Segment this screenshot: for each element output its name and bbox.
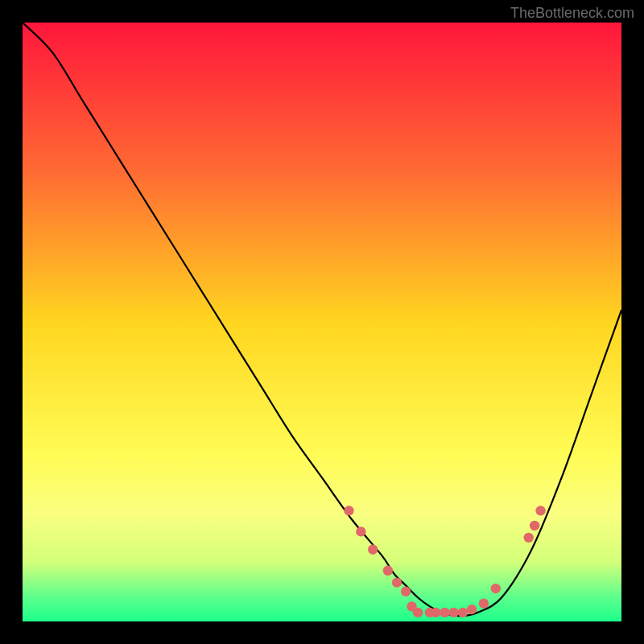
gradient-background [23, 23, 621, 621]
data-point-marker [479, 598, 489, 608]
watermark-text: TheBottleneck.com [510, 5, 634, 22]
data-point-marker [392, 577, 402, 587]
data-point-marker [431, 608, 440, 617]
data-point-marker [356, 526, 365, 536]
data-point-marker [458, 608, 468, 617]
data-point-marker [383, 566, 393, 576]
data-point-marker [535, 506, 545, 515]
data-point-marker [368, 545, 378, 555]
data-point-marker [401, 587, 411, 597]
chart-svg [23, 23, 621, 621]
data-point-marker [344, 506, 353, 515]
data-point-marker [467, 605, 477, 614]
chart-area [23, 23, 621, 621]
data-point-marker [413, 608, 423, 617]
data-point-marker [491, 584, 501, 593]
data-point-marker [440, 608, 449, 617]
data-point-marker [530, 521, 539, 530]
data-point-marker [448, 608, 458, 617]
data-point-marker [523, 533, 533, 543]
